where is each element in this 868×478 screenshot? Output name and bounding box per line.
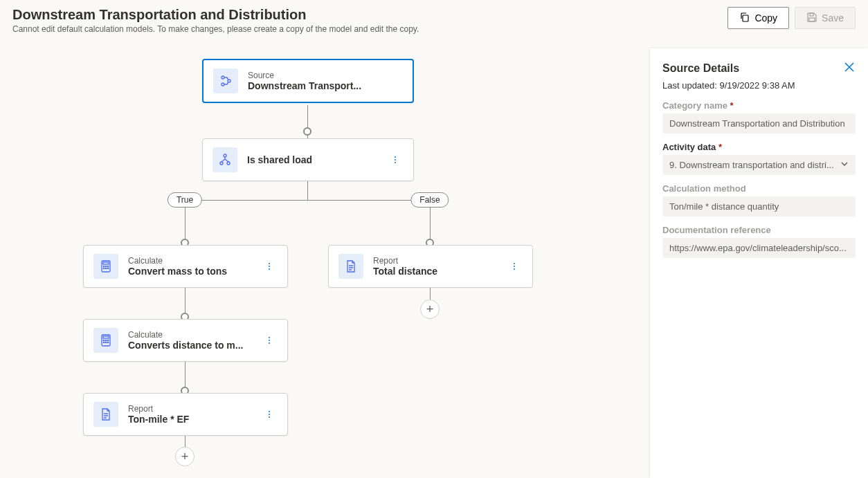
edge	[307, 180, 308, 201]
last-updated: Last updated: 9/19/2022 9:38 AM	[662, 80, 856, 91]
page-title: Downstream Transportation and Distributi…	[12, 7, 419, 23]
more-button[interactable]	[261, 261, 278, 271]
method-value: Ton/mile * distance quantity	[669, 201, 779, 212]
branch-label-false: False	[410, 192, 449, 208]
node-type: Report	[373, 256, 496, 266]
svg-point-22	[269, 268, 270, 270]
edge-handle[interactable]	[303, 127, 311, 136]
svg-rect-2	[809, 18, 815, 21]
more-button[interactable]	[387, 155, 404, 165]
svg-point-33	[269, 342, 270, 344]
svg-point-37	[514, 263, 515, 264]
svg-point-6	[224, 154, 226, 157]
svg-point-9	[395, 156, 396, 158]
panel-header: Source Details	[662, 61, 856, 76]
svg-point-28	[103, 342, 104, 342]
svg-point-29	[105, 342, 106, 342]
more-button[interactable]	[506, 261, 523, 271]
branch-label-true: True	[168, 192, 202, 208]
save-icon	[806, 12, 817, 25]
copy-label: Copy	[754, 12, 777, 24]
svg-point-32	[269, 340, 270, 341]
node-title: Converts distance to m...	[128, 340, 251, 351]
doc-value: https://www.epa.gov/climateleadership/sc…	[669, 243, 847, 253]
more-button[interactable]	[261, 410, 278, 419]
doc-label: Documentation reference	[662, 225, 856, 235]
add-node-button[interactable]: +	[420, 300, 440, 319]
node-text: Report Ton-mile * EF	[128, 404, 251, 425]
svg-point-20	[269, 263, 270, 264]
activity-label: Activity data *	[662, 142, 856, 152]
node-text: Calculate Converts distance to m...	[128, 330, 251, 351]
svg-point-16	[107, 266, 108, 266]
activity-select[interactable]: 9. Downstream transportation and distri.…	[662, 155, 856, 175]
svg-point-3	[221, 76, 224, 79]
node-text: Is shared load	[247, 154, 377, 165]
svg-point-11	[395, 162, 396, 163]
svg-point-25	[103, 340, 104, 340]
save-label: Save	[822, 12, 844, 24]
calculate-icon	[93, 328, 118, 353]
svg-point-31	[269, 337, 270, 338]
svg-point-26	[105, 340, 106, 340]
condition-icon	[213, 147, 237, 172]
svg-point-35	[269, 414, 270, 415]
svg-point-27	[107, 340, 108, 340]
node-title: Total distance	[373, 266, 496, 277]
copy-icon	[739, 12, 750, 25]
source-icon	[213, 68, 238, 93]
svg-point-34	[269, 411, 270, 412]
svg-point-36	[269, 416, 270, 418]
report-node[interactable]: Report Ton-mile * EF	[83, 393, 288, 436]
svg-point-30	[107, 342, 108, 342]
page-header: Downstream Transportation and Distributi…	[0, 0, 868, 39]
svg-point-19	[107, 268, 108, 268]
node-title: Downstream Transport...	[248, 80, 403, 91]
header-left: Downstream Transportation and Distributi…	[12, 7, 419, 34]
panel-title: Source Details	[662, 62, 739, 75]
more-button[interactable]	[261, 335, 278, 345]
calculate-icon	[93, 254, 118, 279]
node-title: Ton-mile * EF	[128, 414, 251, 425]
header-actions: Copy Save	[727, 7, 856, 29]
node-title: Convert mass to tons	[128, 266, 251, 277]
category-value: Downstream Transportation and Distributi…	[669, 118, 845, 129]
svg-rect-0	[743, 15, 748, 21]
report-icon	[93, 402, 118, 427]
report-node[interactable]: Report Total distance	[328, 245, 533, 288]
svg-point-38	[514, 266, 515, 267]
svg-rect-13	[103, 262, 109, 264]
node-text: Calculate Convert mass to tons	[128, 256, 251, 277]
source-node[interactable]: Source Downstream Transport...	[202, 59, 414, 103]
svg-point-4	[221, 83, 224, 86]
calculate-node[interactable]: Calculate Convert mass to tons	[83, 245, 288, 288]
category-label: Category name *	[662, 100, 856, 111]
node-text: Source Downstream Transport...	[248, 71, 403, 91]
add-node-button[interactable]: +	[175, 447, 195, 466]
method-label: Calculation method	[662, 183, 856, 194]
svg-point-15	[105, 266, 106, 266]
node-type: Calculate	[128, 256, 251, 266]
svg-rect-1	[810, 13, 813, 16]
svg-point-8	[227, 162, 230, 165]
node-type: Calculate	[128, 330, 251, 340]
node-type: Source	[248, 71, 403, 80]
doc-input[interactable]: https://www.epa.gov/climateleadership/sc…	[662, 238, 856, 258]
calculate-node[interactable]: Calculate Converts distance to m...	[83, 319, 288, 362]
copy-button[interactable]: Copy	[727, 7, 789, 29]
page-subtitle: Cannot edit default calculation models. …	[12, 24, 419, 34]
condition-node[interactable]: Is shared load	[202, 138, 414, 181]
svg-point-21	[269, 266, 270, 267]
node-type: Report	[128, 404, 251, 414]
close-button[interactable]	[843, 61, 856, 76]
svg-point-18	[105, 268, 106, 268]
svg-point-17	[103, 268, 104, 268]
activity-value: 9. Downstream transportation and distri.…	[669, 160, 834, 170]
svg-rect-24	[103, 336, 109, 338]
category-input[interactable]: Downstream Transportation and Distributi…	[662, 113, 856, 134]
method-input[interactable]: Ton/mile * distance quantity	[662, 196, 856, 217]
chevron-down-icon	[840, 160, 849, 170]
svg-point-10	[395, 159, 396, 160]
details-panel: Source Details Last updated: 9/19/2022 9…	[650, 48, 868, 478]
node-title: Is shared load	[247, 154, 377, 165]
